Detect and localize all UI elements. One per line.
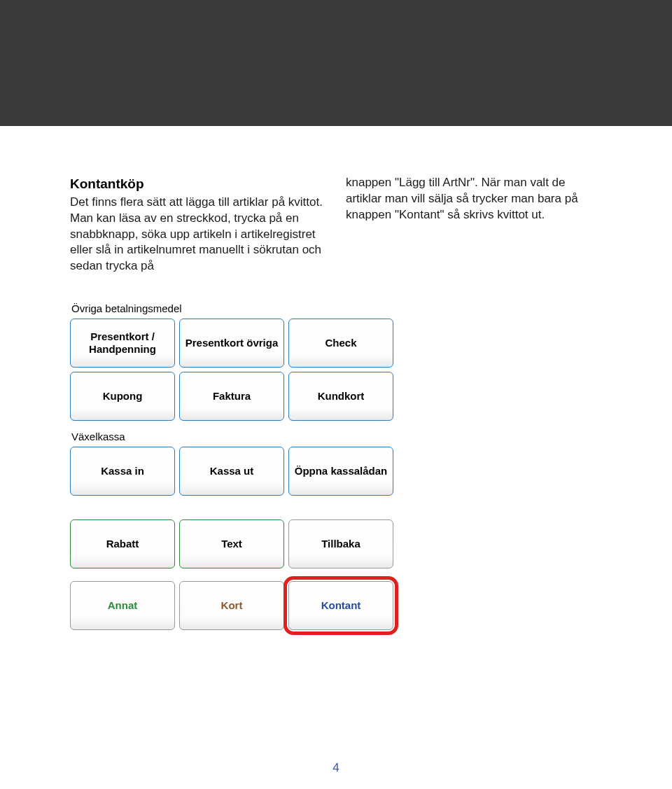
article-col2: knappen "Lägg till ArtNr". När man valt … — [346, 176, 578, 221]
section-label-payments: Övriga betalningsmedel — [71, 302, 406, 314]
page-number: 4 — [0, 761, 672, 775]
row-2: Kupong Faktura Kundkort — [70, 372, 406, 421]
spacer — [70, 500, 406, 519]
rabatt-button[interactable]: Rabatt — [70, 519, 175, 568]
col-right: knappen "Lägg till ArtNr". När man valt … — [346, 175, 602, 274]
annat-button[interactable]: Annat — [70, 581, 175, 630]
article-col1: Det finns flera sätt att lägga till arti… — [70, 195, 323, 273]
kundkort-button[interactable]: Kundkort — [288, 372, 393, 421]
kassa-ut-button[interactable]: Kassa ut — [179, 447, 284, 496]
kort-button[interactable]: Kort — [179, 581, 284, 630]
section-label-vaxelkassa: Växelkassa — [71, 431, 406, 442]
kontant-button[interactable]: Kontant — [288, 581, 393, 630]
col-left: Kontantköp Det finns flera sätt att lägg… — [70, 175, 326, 274]
kassa-in-button[interactable]: Kassa in — [70, 447, 175, 496]
header-bar — [0, 0, 672, 126]
check-button[interactable]: Check — [288, 319, 393, 368]
row-5: Annat Kort Kontant — [70, 581, 406, 630]
spacer — [70, 573, 406, 581]
faktura-button[interactable]: Faktura — [179, 372, 284, 421]
row-4: Rabatt Text Tillbaka — [70, 519, 406, 568]
tillbaka-button[interactable]: Tillbaka — [288, 519, 393, 568]
article-title: Kontantköp — [70, 175, 326, 193]
text-columns: Kontantköp Det finns flera sätt att lägg… — [70, 175, 602, 274]
kupong-button[interactable]: Kupong — [70, 372, 175, 421]
presentkort-ovriga-button[interactable]: Presentkort övriga — [179, 319, 284, 368]
text-button[interactable]: Text — [179, 519, 284, 568]
page-content: Kontantköp Det finns flera sätt att lägg… — [0, 126, 672, 630]
oppna-kassaladan-button[interactable]: Öppna kassalådan — [288, 447, 393, 496]
presentkort-handpenning-button[interactable]: Presentkort / Handpenning — [70, 319, 175, 368]
button-panel: Övriga betalningsmedel Presentkort / Han… — [70, 302, 406, 630]
row-1: Presentkort / Handpenning Presentkort öv… — [70, 319, 406, 368]
row-3: Kassa in Kassa ut Öppna kassalådan — [70, 447, 406, 496]
